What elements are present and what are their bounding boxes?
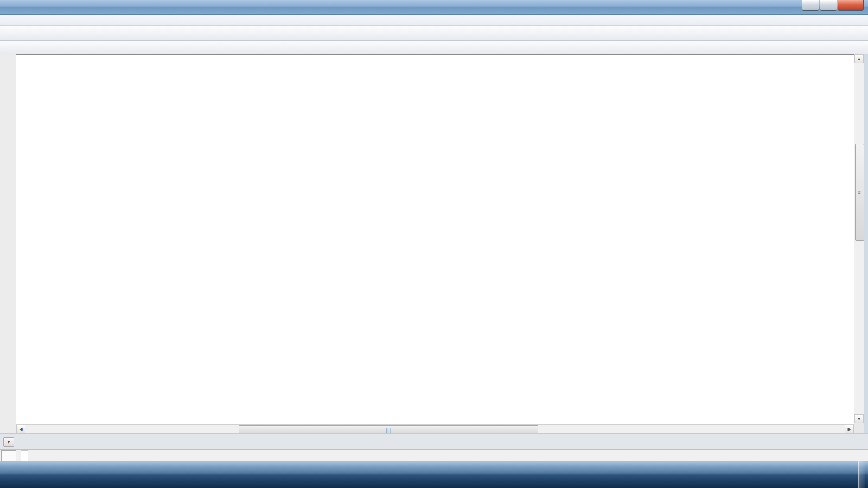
icons-sidebar: [0, 54, 16, 433]
show-desktop-button[interactable]: [858, 461, 865, 488]
main-toolbar: [0, 26, 868, 41]
scroll-up-button[interactable]: ▲: [854, 54, 864, 63]
restore-button[interactable]: [820, 0, 837, 11]
taskbar: [0, 461, 868, 488]
scrollbar-corner: [854, 423, 864, 433]
tab-list-dropdown[interactable]: ▼: [3, 437, 14, 447]
scroll-down-button[interactable]: ▼: [854, 414, 864, 423]
close-button[interactable]: [838, 0, 864, 11]
vertical-scrollbar[interactable]: ▲ ▼ ≡: [854, 54, 864, 423]
title-bar: [0, 0, 868, 15]
scroll-right-button[interactable]: ▶: [845, 425, 854, 433]
map-canvas[interactable]: ◀ ▶ |||: [16, 54, 854, 433]
window-right-frame: [864, 54, 868, 433]
minimize-button[interactable]: [802, 0, 819, 11]
status-bar: [0, 449, 868, 461]
status-path: [21, 450, 28, 461]
scroll-left-button[interactable]: ◀: [16, 425, 25, 433]
menu-bar: [0, 15, 868, 26]
filter-toolbar: [0, 41, 868, 54]
system-tray: [843, 461, 868, 488]
horizontal-scroll-thumb[interactable]: |||: [239, 425, 538, 433]
map-tab-bar: ▼: [0, 433, 868, 449]
horizontal-scrollbar[interactable]: ◀ ▶ |||: [16, 424, 854, 433]
map-edges: [16, 55, 854, 424]
vertical-scroll-thumb[interactable]: ≡: [855, 144, 864, 241]
spellcheck-abc-icon: [1, 450, 16, 461]
